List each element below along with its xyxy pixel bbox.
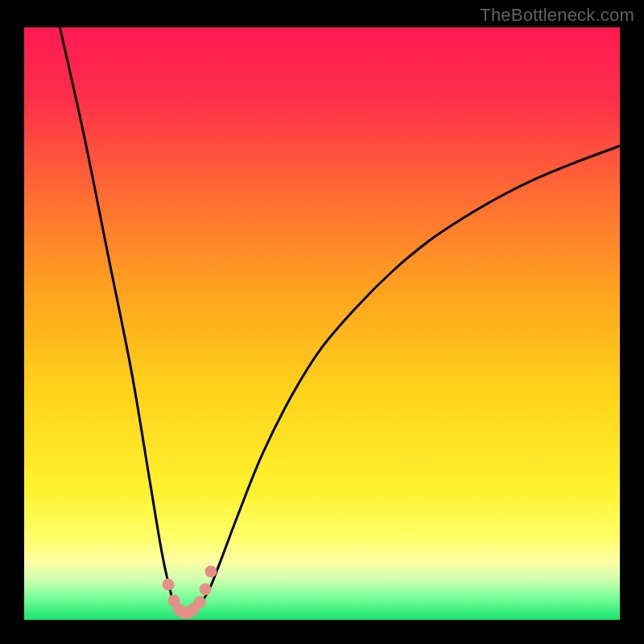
plot-area [24,27,620,620]
bottleneck-curve [24,27,620,620]
highlight-dot [193,596,205,608]
chart-frame: TheBottleneck.com [0,0,644,644]
highlight-dot [163,578,175,590]
attribution-text: TheBottleneck.com [480,5,634,26]
highlight-dot [205,565,217,577]
highlight-dot [199,583,211,595]
